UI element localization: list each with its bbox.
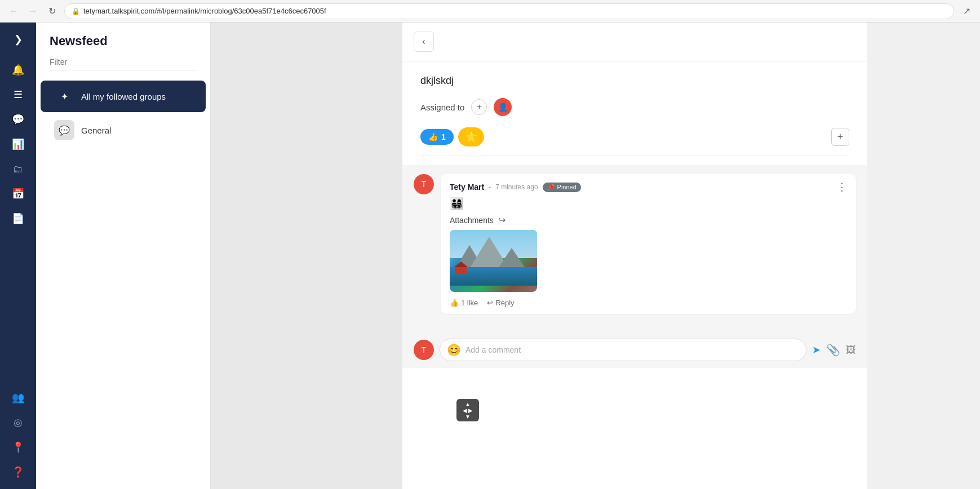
comment-time: 7 minutes ago xyxy=(495,183,538,191)
comment-input-area: T 😊 Add a comment ➤ 📎 🖼 xyxy=(402,332,867,368)
plus-icon: + xyxy=(477,102,482,112)
browser-bar: ← → ↻ 🔒 tetymart.talkspirit.com/#/l/perm… xyxy=(0,0,980,23)
post-content-area: dkjlskdj Assigned to + 👤 👍 1 xyxy=(402,61,867,165)
post-title: dkjlskdj xyxy=(420,75,849,87)
comment-bubble: Tety Mart - 7 minutes ago 📌 Pinned ⋮ xyxy=(441,174,856,314)
chart-icon: 📊 xyxy=(12,138,24,150)
sidebar-item-notifications[interactable]: 🔔 xyxy=(7,59,29,81)
sidebar-item-people[interactable]: 👥 xyxy=(7,386,29,409)
like-label: 1 like xyxy=(461,299,478,307)
chat-icon: 💬 xyxy=(12,113,24,126)
comment-section: T Tety Mart - 7 minutes ago 📌 Pinned xyxy=(402,165,867,332)
star-reaction-button[interactable]: ⭐ xyxy=(458,127,484,146)
attachment-share-button[interactable]: ↪ xyxy=(498,215,505,225)
post-card: dkjlskdj Assigned to + 👤 👍 1 xyxy=(402,61,867,489)
reactions-row: 👍 1 ⭐ + xyxy=(420,127,849,156)
town xyxy=(455,266,467,274)
attachment-image[interactable] xyxy=(450,230,537,292)
chevron-left-icon: ‹ xyxy=(422,37,425,47)
people-icon: 👥 xyxy=(12,392,24,404)
sidebar-item-feed[interactable]: ☰ xyxy=(7,83,29,106)
star-icon: ⭐ xyxy=(465,131,477,143)
calendar-icon: 📅 xyxy=(12,188,24,200)
help-icon: ❓ xyxy=(12,466,24,478)
sidebar-item-location[interactable]: 📍 xyxy=(7,436,29,459)
location-icon: 📍 xyxy=(12,441,24,454)
newsfeed-panel: Newsfeed ✦ All my followed groups 💬 Gene… xyxy=(36,23,211,489)
sidebar-item-files[interactable]: 🗂 xyxy=(7,158,29,180)
comment-input-box[interactable]: 😊 Add a comment xyxy=(440,339,806,361)
sidebar-item-calendar[interactable]: 📅 xyxy=(7,183,29,205)
comment-separator: - xyxy=(489,183,491,191)
sidebar-item-general[interactable]: 💬 General xyxy=(41,114,206,146)
attachments-label: Attachments ↪ xyxy=(450,215,847,225)
forward-nav-button[interactable]: → xyxy=(26,5,39,18)
url-text: tetymart.talkspirit.com/#/l/permalink/mi… xyxy=(83,7,326,15)
sidebar-item-help[interactable]: ❓ xyxy=(7,461,29,483)
reply-label: Reply xyxy=(495,299,514,307)
like-reaction-button[interactable]: 👍 1 xyxy=(420,129,454,145)
external-link-button[interactable]: ↗ xyxy=(960,5,973,18)
plus-reaction-icon: + xyxy=(837,131,844,143)
assignee-avatar: 👤 xyxy=(494,98,512,116)
chevron-right-icon: ❯ xyxy=(14,33,23,46)
screenshot-icon: 🖼 xyxy=(846,344,856,355)
address-bar[interactable]: 🔒 tetymart.talkspirit.com/#/l/permalink/… xyxy=(64,3,954,19)
sidebar-item-analytics[interactable]: 📊 xyxy=(7,133,29,155)
comment-item: T Tety Mart - 7 minutes ago 📌 Pinned xyxy=(414,174,856,314)
sidebar-item-messages[interactable]: 💬 xyxy=(7,108,29,131)
back-btn-area: ‹ xyxy=(402,23,867,61)
sidebar-item-all-groups[interactable]: ✦ All my followed groups xyxy=(41,81,206,112)
input-avatar-initial: T xyxy=(422,345,427,354)
like-button[interactable]: 👍 1 like xyxy=(450,299,478,307)
attach-button[interactable]: 📎 xyxy=(826,343,840,357)
reply-icon: ↩ xyxy=(487,299,493,307)
like-count: 1 xyxy=(441,132,446,141)
assigned-row: Assigned to + 👤 xyxy=(420,98,849,116)
avatar-icon: 👤 xyxy=(498,103,508,112)
back-button[interactable]: ‹ xyxy=(414,32,434,52)
newsfeed-title: Newsfeed xyxy=(36,23,210,54)
comment-input-avatar: T xyxy=(414,340,434,360)
share-icon: ↪ xyxy=(498,215,505,225)
add-assignee-button[interactable]: + xyxy=(471,99,487,115)
main-content: ‹ dkjlskdj Assigned to + 👤 👍 xyxy=(402,23,867,489)
icon-sidebar: ❯ 🔔 ☰ 💬 📊 🗂 📅 📄 👥 ◎ 📍 xyxy=(0,23,36,489)
all-groups-icon: ✦ xyxy=(54,86,74,106)
send-icon: ➤ xyxy=(812,344,821,355)
emoji-icon: 😊 xyxy=(447,344,461,356)
send-button[interactable]: ➤ xyxy=(812,344,821,356)
back-nav-button[interactable]: ← xyxy=(7,5,20,18)
docs-icon: 📄 xyxy=(12,212,24,225)
comment-author: Tety Mart xyxy=(450,183,484,192)
filter-input[interactable] xyxy=(50,54,197,70)
emoji-button[interactable]: 😊 xyxy=(447,343,461,357)
stack-icon: 🗂 xyxy=(13,163,23,175)
general-label: General xyxy=(81,126,111,135)
ellipsis-icon: ⋮ xyxy=(837,181,847,193)
center-gray-area xyxy=(211,23,402,489)
list-icon: ☰ xyxy=(14,88,23,101)
pinned-badge: 📌 Pinned xyxy=(543,183,581,192)
circles-icon: ◎ xyxy=(14,416,23,429)
sidebar-item-circles[interactable]: ◎ xyxy=(7,411,29,434)
sidebar-toggle-button[interactable]: ❯ xyxy=(7,28,29,51)
right-panel xyxy=(867,23,980,489)
pinned-label: Pinned xyxy=(557,184,577,190)
comment-header: Tety Mart - 7 minutes ago 📌 Pinned ⋮ xyxy=(450,181,847,193)
pin-icon: 📌 xyxy=(547,184,555,191)
comment-placeholder: Add a comment xyxy=(465,345,799,354)
all-groups-label: All my followed groups xyxy=(81,92,166,101)
like-icon: 👍 xyxy=(450,299,459,307)
comment-emoji: 👨‍👩‍👧‍👦 xyxy=(450,197,464,210)
attach-icon: 📎 xyxy=(826,344,840,356)
screenshot-button[interactable]: 🖼 xyxy=(846,344,856,356)
comment-avatar: T xyxy=(414,174,434,194)
avatar-initial: T xyxy=(422,180,427,189)
reload-button[interactable]: ↻ xyxy=(45,5,59,18)
reply-button[interactable]: ↩ Reply xyxy=(487,299,514,307)
add-reaction-button[interactable]: + xyxy=(831,128,849,146)
thumbs-up-icon: 👍 xyxy=(428,132,438,141)
comment-more-button[interactable]: ⋮ xyxy=(837,181,847,193)
sidebar-item-documents[interactable]: 📄 xyxy=(7,207,29,230)
